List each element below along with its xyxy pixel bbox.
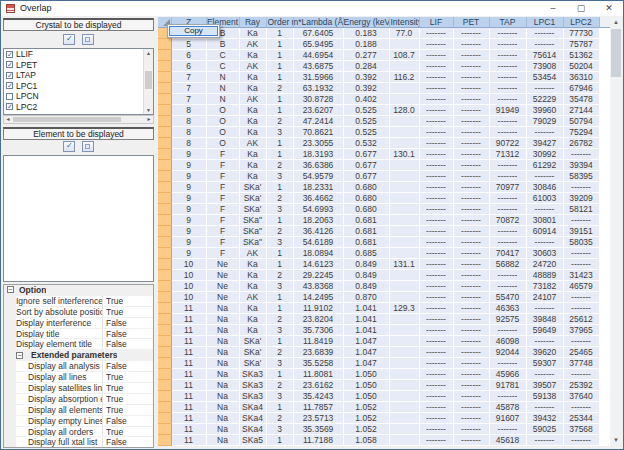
cell[interactable] bbox=[389, 325, 419, 336]
cell[interactable]: F bbox=[206, 171, 239, 182]
cell[interactable]: 0.525 bbox=[343, 116, 389, 127]
cell[interactable]: N bbox=[206, 83, 239, 94]
cell[interactable]: ------- bbox=[453, 435, 489, 446]
cell[interactable]: 10 bbox=[171, 270, 206, 281]
option-value[interactable]: True bbox=[102, 394, 153, 404]
row-header[interactable] bbox=[158, 182, 171, 193]
cell[interactable]: 1.047 bbox=[343, 336, 389, 347]
cell[interactable] bbox=[389, 347, 419, 358]
cell[interactable]: O bbox=[206, 105, 239, 116]
cell[interactable]: 9 bbox=[171, 248, 206, 259]
cell[interactable]: 23.6839 bbox=[293, 347, 343, 358]
cell[interactable]: 24107 bbox=[526, 292, 563, 303]
cell[interactable]: 43.8368 bbox=[293, 281, 343, 292]
cell[interactable]: 39209 bbox=[563, 193, 599, 204]
cell[interactable] bbox=[389, 314, 419, 325]
column-header-lpc2[interactable]: LPC2 bbox=[563, 17, 599, 28]
option-display-element-title[interactable]: Display element titleFalse bbox=[4, 339, 153, 350]
cell[interactable]: Ne bbox=[206, 270, 239, 281]
cell[interactable]: 2 bbox=[266, 413, 293, 424]
option-value[interactable]: True bbox=[102, 427, 153, 437]
cell[interactable]: 39394 bbox=[563, 160, 599, 171]
cell[interactable]: ------- bbox=[453, 259, 489, 270]
row-header[interactable] bbox=[158, 171, 171, 182]
cell[interactable]: 25344 bbox=[563, 413, 599, 424]
cell[interactable]: 7 bbox=[171, 72, 206, 83]
cell[interactable]: Na bbox=[206, 314, 239, 325]
cell[interactable]: ------- bbox=[453, 270, 489, 281]
cell[interactable]: ------- bbox=[489, 270, 526, 281]
row-header[interactable] bbox=[158, 303, 171, 314]
cell[interactable]: 131.1 bbox=[389, 259, 419, 270]
cell[interactable]: 1 bbox=[266, 50, 293, 61]
cell[interactable]: 0.392 bbox=[343, 72, 389, 83]
cell[interactable]: 8 bbox=[171, 116, 206, 127]
option-value[interactable]: False bbox=[102, 416, 153, 426]
cell[interactable]: SKa' bbox=[239, 347, 266, 358]
collapse-icon[interactable]: − bbox=[16, 352, 23, 359]
cell[interactable]: SKa' bbox=[239, 193, 266, 204]
cell[interactable]: AK bbox=[239, 61, 266, 72]
maximize-button[interactable]: ▢ bbox=[567, 1, 595, 16]
cell[interactable]: ------- bbox=[419, 435, 453, 446]
cell[interactable]: 0.685 bbox=[343, 248, 389, 259]
cell[interactable]: 46579 bbox=[563, 281, 599, 292]
cell[interactable]: ------- bbox=[419, 193, 453, 204]
cell[interactable]: ------- bbox=[453, 72, 489, 83]
cell[interactable]: 29.2245 bbox=[293, 270, 343, 281]
cell[interactable]: ------- bbox=[419, 215, 453, 226]
cell[interactable]: 11 bbox=[171, 358, 206, 369]
option-display-all-lines[interactable]: Display all linesTrue bbox=[4, 372, 153, 383]
option-display-absorption-edg[interactable]: Display absorption edgTrue bbox=[4, 394, 153, 405]
cell[interactable]: Ka bbox=[239, 116, 266, 127]
cell[interactable]: 0.849 bbox=[343, 281, 389, 292]
cell[interactable]: 52229 bbox=[526, 94, 563, 105]
cell[interactable]: 11 bbox=[171, 446, 206, 447]
cell[interactable]: Ka bbox=[239, 160, 266, 171]
cell[interactable]: C bbox=[206, 50, 239, 61]
cell[interactable] bbox=[389, 358, 419, 369]
cell[interactable] bbox=[389, 204, 419, 215]
cell[interactable]: 37965 bbox=[563, 325, 599, 336]
cell[interactable] bbox=[389, 94, 419, 105]
row-header[interactable] bbox=[158, 435, 171, 446]
cell[interactable]: 73182 bbox=[526, 281, 563, 292]
cell[interactable]: AK bbox=[239, 39, 266, 50]
cell[interactable]: ------- bbox=[419, 347, 453, 358]
cell[interactable]: ------- bbox=[453, 149, 489, 160]
cell[interactable]: 91087 bbox=[489, 446, 526, 447]
cell[interactable]: AK bbox=[239, 248, 266, 259]
cell[interactable]: SKa3 bbox=[239, 369, 266, 380]
cell[interactable]: ------- bbox=[526, 171, 563, 182]
cell[interactable]: 7 bbox=[171, 83, 206, 94]
option-display-empty-lines[interactable]: Display empty LinesFalse bbox=[4, 416, 153, 427]
cell[interactable]: 0.525 bbox=[343, 127, 389, 138]
cell[interactable] bbox=[389, 171, 419, 182]
cell[interactable]: Ka bbox=[239, 303, 266, 314]
cell[interactable]: 61003 bbox=[526, 193, 563, 204]
cell[interactable]: ------- bbox=[526, 336, 563, 347]
cell[interactable]: 1 bbox=[266, 303, 293, 314]
cell[interactable]: ------- bbox=[419, 116, 453, 127]
row-header[interactable] bbox=[158, 391, 171, 402]
cell[interactable]: 11 bbox=[171, 380, 206, 391]
cell[interactable]: Ka bbox=[239, 281, 266, 292]
cell[interactable]: ------- bbox=[453, 226, 489, 237]
cell[interactable]: 0.277 bbox=[343, 50, 389, 61]
cell[interactable]: 35.4243 bbox=[293, 391, 343, 402]
cell[interactable]: 75294 bbox=[563, 127, 599, 138]
cell[interactable] bbox=[389, 61, 419, 72]
cell[interactable]: SKa" bbox=[239, 215, 266, 226]
cell[interactable]: 9 bbox=[171, 204, 206, 215]
cell[interactable]: 0.188 bbox=[343, 39, 389, 50]
cell[interactable] bbox=[389, 270, 419, 281]
cell[interactable]: 91949 bbox=[489, 105, 526, 116]
cell[interactable]: 77730 bbox=[563, 28, 599, 39]
checkbox-checked-icon[interactable]: ✓ bbox=[6, 103, 13, 110]
option-value[interactable]: True bbox=[102, 307, 153, 317]
cell[interactable]: ------- bbox=[453, 83, 489, 94]
column-header-lpc1[interactable]: LPC1 bbox=[526, 17, 563, 28]
cell[interactable]: 0.849 bbox=[343, 259, 389, 270]
cell[interactable]: 116.2 bbox=[389, 72, 419, 83]
row-header[interactable] bbox=[158, 116, 171, 127]
